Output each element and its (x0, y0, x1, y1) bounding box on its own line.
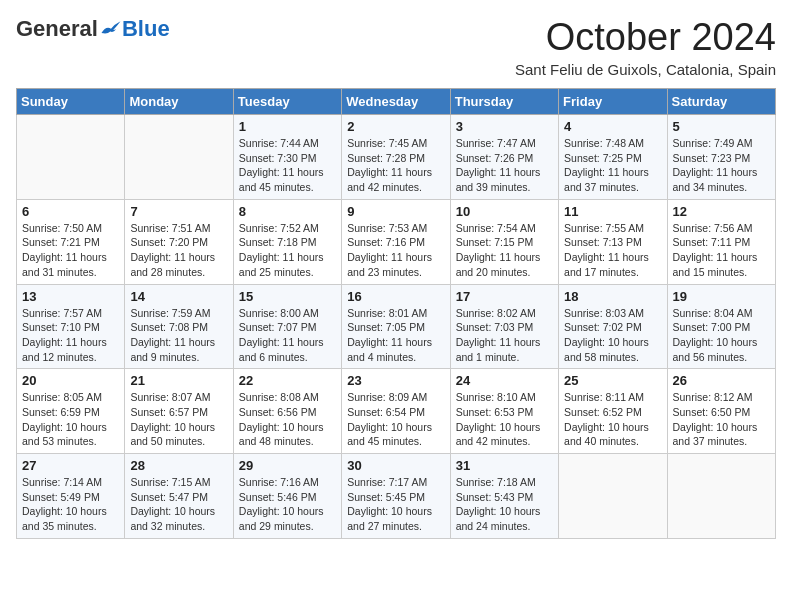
day-number: 18 (564, 289, 661, 304)
calendar-body: 1Sunrise: 7:44 AM Sunset: 7:30 PM Daylig… (17, 115, 776, 539)
day-number: 22 (239, 373, 336, 388)
calendar-day-cell: 27Sunrise: 7:14 AM Sunset: 5:49 PM Dayli… (17, 454, 125, 539)
calendar-day-cell (125, 115, 233, 200)
day-number: 31 (456, 458, 553, 473)
location-subtitle: Sant Feliu de Guixols, Catalonia, Spain (515, 61, 776, 78)
calendar-day-cell: 17Sunrise: 8:02 AM Sunset: 7:03 PM Dayli… (450, 284, 558, 369)
day-info: Sunrise: 7:55 AM Sunset: 7:13 PM Dayligh… (564, 221, 661, 280)
day-number: 5 (673, 119, 770, 134)
calendar-table: SundayMondayTuesdayWednesdayThursdayFrid… (16, 88, 776, 539)
day-info: Sunrise: 7:49 AM Sunset: 7:23 PM Dayligh… (673, 136, 770, 195)
day-info: Sunrise: 7:59 AM Sunset: 7:08 PM Dayligh… (130, 306, 227, 365)
day-number: 9 (347, 204, 444, 219)
day-number: 1 (239, 119, 336, 134)
day-number: 30 (347, 458, 444, 473)
day-number: 27 (22, 458, 119, 473)
day-info: Sunrise: 7:45 AM Sunset: 7:28 PM Dayligh… (347, 136, 444, 195)
day-info: Sunrise: 8:07 AM Sunset: 6:57 PM Dayligh… (130, 390, 227, 449)
day-info: Sunrise: 7:15 AM Sunset: 5:47 PM Dayligh… (130, 475, 227, 534)
day-number: 6 (22, 204, 119, 219)
calendar-day-cell: 6Sunrise: 7:50 AM Sunset: 7:21 PM Daylig… (17, 199, 125, 284)
day-number: 24 (456, 373, 553, 388)
day-number: 7 (130, 204, 227, 219)
calendar-day-cell: 22Sunrise: 8:08 AM Sunset: 6:56 PM Dayli… (233, 369, 341, 454)
calendar-day-cell: 26Sunrise: 8:12 AM Sunset: 6:50 PM Dayli… (667, 369, 775, 454)
day-number: 14 (130, 289, 227, 304)
calendar-week-row: 27Sunrise: 7:14 AM Sunset: 5:49 PM Dayli… (17, 454, 776, 539)
logo-blue-text: Blue (122, 16, 170, 42)
calendar-day-cell: 15Sunrise: 8:00 AM Sunset: 7:07 PM Dayli… (233, 284, 341, 369)
day-number: 10 (456, 204, 553, 219)
day-number: 13 (22, 289, 119, 304)
day-number: 4 (564, 119, 661, 134)
day-info: Sunrise: 7:16 AM Sunset: 5:46 PM Dayligh… (239, 475, 336, 534)
day-number: 3 (456, 119, 553, 134)
calendar-day-cell: 19Sunrise: 8:04 AM Sunset: 7:00 PM Dayli… (667, 284, 775, 369)
calendar-day-header: Saturday (667, 89, 775, 115)
calendar-day-cell: 4Sunrise: 7:48 AM Sunset: 7:25 PM Daylig… (559, 115, 667, 200)
day-info: Sunrise: 7:44 AM Sunset: 7:30 PM Dayligh… (239, 136, 336, 195)
day-number: 29 (239, 458, 336, 473)
day-info: Sunrise: 7:14 AM Sunset: 5:49 PM Dayligh… (22, 475, 119, 534)
day-info: Sunrise: 7:54 AM Sunset: 7:15 PM Dayligh… (456, 221, 553, 280)
calendar-day-cell: 18Sunrise: 8:03 AM Sunset: 7:02 PM Dayli… (559, 284, 667, 369)
day-number: 26 (673, 373, 770, 388)
calendar-week-row: 6Sunrise: 7:50 AM Sunset: 7:21 PM Daylig… (17, 199, 776, 284)
calendar-day-cell: 9Sunrise: 7:53 AM Sunset: 7:16 PM Daylig… (342, 199, 450, 284)
calendar-day-header: Sunday (17, 89, 125, 115)
calendar-day-cell: 10Sunrise: 7:54 AM Sunset: 7:15 PM Dayli… (450, 199, 558, 284)
calendar-day-cell: 23Sunrise: 8:09 AM Sunset: 6:54 PM Dayli… (342, 369, 450, 454)
calendar-day-cell: 16Sunrise: 8:01 AM Sunset: 7:05 PM Dayli… (342, 284, 450, 369)
calendar-day-header: Tuesday (233, 89, 341, 115)
day-number: 16 (347, 289, 444, 304)
calendar-day-cell: 20Sunrise: 8:05 AM Sunset: 6:59 PM Dayli… (17, 369, 125, 454)
day-info: Sunrise: 7:47 AM Sunset: 7:26 PM Dayligh… (456, 136, 553, 195)
calendar-day-cell (667, 454, 775, 539)
calendar-day-cell: 5Sunrise: 7:49 AM Sunset: 7:23 PM Daylig… (667, 115, 775, 200)
day-info: Sunrise: 8:10 AM Sunset: 6:53 PM Dayligh… (456, 390, 553, 449)
day-info: Sunrise: 8:09 AM Sunset: 6:54 PM Dayligh… (347, 390, 444, 449)
calendar-day-cell: 2Sunrise: 7:45 AM Sunset: 7:28 PM Daylig… (342, 115, 450, 200)
day-info: Sunrise: 7:50 AM Sunset: 7:21 PM Dayligh… (22, 221, 119, 280)
day-info: Sunrise: 8:08 AM Sunset: 6:56 PM Dayligh… (239, 390, 336, 449)
day-info: Sunrise: 7:48 AM Sunset: 7:25 PM Dayligh… (564, 136, 661, 195)
day-info: Sunrise: 7:52 AM Sunset: 7:18 PM Dayligh… (239, 221, 336, 280)
day-info: Sunrise: 8:11 AM Sunset: 6:52 PM Dayligh… (564, 390, 661, 449)
day-info: Sunrise: 7:51 AM Sunset: 7:20 PM Dayligh… (130, 221, 227, 280)
calendar-day-cell: 29Sunrise: 7:16 AM Sunset: 5:46 PM Dayli… (233, 454, 341, 539)
calendar-day-header: Thursday (450, 89, 558, 115)
day-number: 11 (564, 204, 661, 219)
calendar-week-row: 20Sunrise: 8:05 AM Sunset: 6:59 PM Dayli… (17, 369, 776, 454)
day-info: Sunrise: 8:04 AM Sunset: 7:00 PM Dayligh… (673, 306, 770, 365)
day-info: Sunrise: 7:56 AM Sunset: 7:11 PM Dayligh… (673, 221, 770, 280)
calendar-day-cell: 3Sunrise: 7:47 AM Sunset: 7:26 PM Daylig… (450, 115, 558, 200)
calendar-week-row: 13Sunrise: 7:57 AM Sunset: 7:10 PM Dayli… (17, 284, 776, 369)
day-info: Sunrise: 7:18 AM Sunset: 5:43 PM Dayligh… (456, 475, 553, 534)
day-info: Sunrise: 8:00 AM Sunset: 7:07 PM Dayligh… (239, 306, 336, 365)
logo-bird-icon (100, 18, 122, 40)
calendar-week-row: 1Sunrise: 7:44 AM Sunset: 7:30 PM Daylig… (17, 115, 776, 200)
day-number: 28 (130, 458, 227, 473)
calendar-day-cell: 25Sunrise: 8:11 AM Sunset: 6:52 PM Dayli… (559, 369, 667, 454)
calendar-day-cell: 8Sunrise: 7:52 AM Sunset: 7:18 PM Daylig… (233, 199, 341, 284)
day-number: 15 (239, 289, 336, 304)
calendar-day-cell: 11Sunrise: 7:55 AM Sunset: 7:13 PM Dayli… (559, 199, 667, 284)
title-block: October 2024 Sant Feliu de Guixols, Cata… (515, 16, 776, 78)
day-number: 2 (347, 119, 444, 134)
page-header: General Blue October 2024 Sant Feliu de … (16, 16, 776, 78)
calendar-day-cell: 21Sunrise: 8:07 AM Sunset: 6:57 PM Dayli… (125, 369, 233, 454)
month-title: October 2024 (515, 16, 776, 59)
calendar-day-cell (17, 115, 125, 200)
day-info: Sunrise: 8:05 AM Sunset: 6:59 PM Dayligh… (22, 390, 119, 449)
day-info: Sunrise: 7:17 AM Sunset: 5:45 PM Dayligh… (347, 475, 444, 534)
calendar-day-cell: 28Sunrise: 7:15 AM Sunset: 5:47 PM Dayli… (125, 454, 233, 539)
calendar-day-header: Monday (125, 89, 233, 115)
day-number: 8 (239, 204, 336, 219)
day-info: Sunrise: 7:57 AM Sunset: 7:10 PM Dayligh… (22, 306, 119, 365)
calendar-day-cell: 31Sunrise: 7:18 AM Sunset: 5:43 PM Dayli… (450, 454, 558, 539)
day-info: Sunrise: 8:03 AM Sunset: 7:02 PM Dayligh… (564, 306, 661, 365)
day-number: 19 (673, 289, 770, 304)
calendar-day-cell: 30Sunrise: 7:17 AM Sunset: 5:45 PM Dayli… (342, 454, 450, 539)
day-info: Sunrise: 7:53 AM Sunset: 7:16 PM Dayligh… (347, 221, 444, 280)
calendar-day-cell: 13Sunrise: 7:57 AM Sunset: 7:10 PM Dayli… (17, 284, 125, 369)
